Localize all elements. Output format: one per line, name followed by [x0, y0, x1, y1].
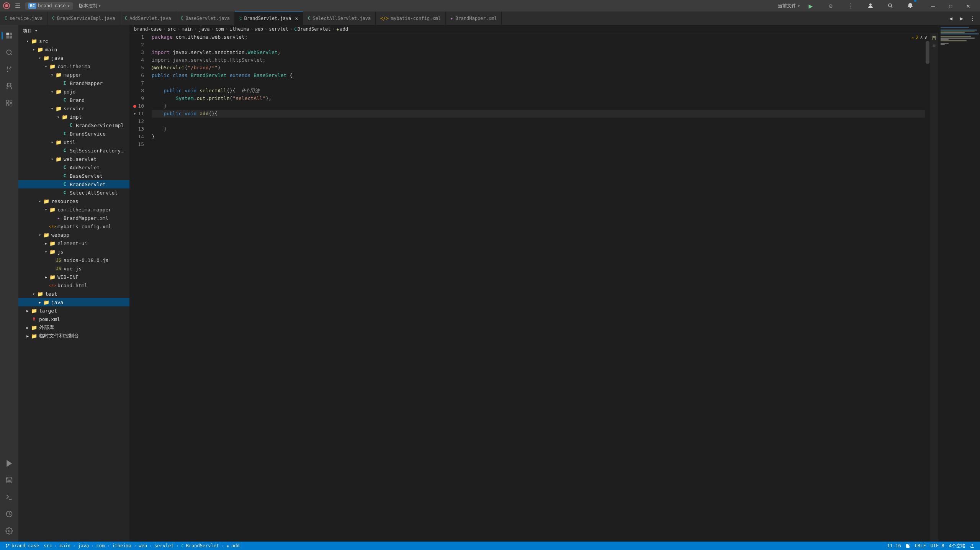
activity-profiler[interactable]: [2, 506, 17, 522]
status-breadcrumb-com[interactable]: com: [94, 542, 107, 550]
status-line-ending[interactable]: CRLF: [913, 542, 928, 550]
breadcrumb-src[interactable]: src: [167, 26, 176, 32]
tree-item-java[interactable]: ▾ 📁 java: [18, 54, 129, 62]
breadcrumb-web[interactable]: web: [255, 26, 263, 32]
tab-mybatis-config[interactable]: </> mybatis-config.xml: [376, 11, 446, 25]
tree-item-util[interactable]: ▾ 📁 util: [18, 138, 129, 146]
tree-item-web-inf[interactable]: ▶ 📁 WEB-INF: [18, 273, 129, 281]
tree-item-axios[interactable]: ▾ JS axios-0.18.0.js: [18, 256, 129, 264]
tree-item-main[interactable]: ▾ 📁 main: [18, 45, 129, 54]
warning-chevron-down[interactable]: ∨: [924, 35, 927, 40]
minimize-btn[interactable]: —: [924, 0, 942, 11]
tree-item-brand-mapper-xml[interactable]: ▾ ✦ BrandMapper.xml: [18, 214, 129, 222]
tab-add-servlet[interactable]: C AddServlet.java: [120, 11, 176, 25]
tab-brand-mapper-xml[interactable]: ✦ BrandMapper.xml: [446, 11, 502, 25]
breadcrumb-servlet[interactable]: servlet: [269, 26, 288, 32]
scrollbar-thumb[interactable]: [926, 41, 929, 64]
activity-explorer[interactable]: [2, 28, 17, 43]
tree-item-element-ui[interactable]: ▶ 📁 element-ui: [18, 239, 129, 247]
close-btn[interactable]: ✕: [959, 0, 977, 11]
tab-close-btn[interactable]: ✕: [295, 15, 298, 21]
code-editor[interactable]: package com.itheima.web.servlet; import …: [149, 33, 925, 542]
tree-item-resources[interactable]: ▾ 📁 resources: [18, 197, 129, 205]
activity-database[interactable]: [2, 473, 17, 488]
version-control-btn[interactable]: 版本控制 ▾: [76, 2, 104, 10]
tab-select-all-servlet[interactable]: C SelectAllServlet.java: [303, 11, 376, 25]
tree-item-com-itheima-mapper[interactable]: ▾ 📁 com.itheima.mapper: [18, 205, 129, 214]
tree-item-mybatis-config[interactable]: ▾ </> mybatis-config.xml: [18, 222, 129, 231]
warning-indicator[interactable]: ⚠ 2 ∧ ∨: [908, 34, 930, 41]
tree-item-base-servlet[interactable]: ▾ C BaseServlet: [18, 172, 129, 180]
tree-item-service[interactable]: ▾ 📁 service: [18, 104, 129, 113]
status-edit-icon[interactable]: [903, 542, 913, 550]
breadcrumb-main[interactable]: main: [182, 26, 193, 32]
status-indent[interactable]: 4个空格: [947, 542, 968, 550]
status-breadcrumb-add[interactable]: ◈ add: [224, 542, 242, 550]
tabs-scroll-right[interactable]: ▶: [957, 14, 966, 23]
current-file-label[interactable]: 当前文件 ▾: [778, 3, 800, 9]
status-breadcrumb-servlet[interactable]: servlet: [152, 542, 176, 550]
tree-item-external-libs[interactable]: ▶ 📁 外部库: [18, 323, 129, 332]
activity-debug[interactable]: [2, 79, 17, 94]
tree-item-web-servlet[interactable]: ▾ 📁 web.servlet: [18, 155, 129, 163]
tree-item-impl[interactable]: ▾ 📁 impl: [18, 113, 129, 121]
tree-item-vuejs[interactable]: ▾ JS vue.js: [18, 264, 129, 273]
tree-item-add-servlet[interactable]: ▾ C AddServlet: [18, 163, 129, 172]
breadcrumb-brand-servlet[interactable]: CBrandServlet: [294, 26, 330, 32]
breadcrumb-brand-case[interactable]: brand-case: [134, 26, 162, 32]
right-panel-icon-2[interactable]: ≡: [931, 43, 937, 49]
activity-terminal[interactable]: [2, 489, 17, 505]
tree-item-brand-class[interactable]: ▾ C Brand: [18, 96, 129, 104]
more-actions-btn[interactable]: ⋮: [843, 0, 858, 13]
status-encoding[interactable]: UTF-8: [928, 542, 947, 550]
tree-item-brand-servlet[interactable]: ▾ C BrandServlet: [18, 180, 129, 188]
tree-item-temp-files[interactable]: ▶ 📁 临时文件和控制台: [18, 332, 129, 340]
tree-item-brand-service[interactable]: ▾ I BrandService: [18, 129, 129, 138]
activity-run[interactable]: [2, 456, 17, 471]
tree-item-test[interactable]: ▾ 📁 test: [18, 290, 129, 298]
status-breadcrumb-itheima[interactable]: itheima: [110, 542, 134, 550]
tab-brand-service-impl[interactable]: C BrandServiceImpl.java: [47, 11, 120, 25]
tree-item-select-all-servlet[interactable]: ▾ C SelectAllServlet: [18, 188, 129, 197]
project-selector[interactable]: BC brand-case ▾: [25, 2, 73, 10]
hamburger-menu[interactable]: ☰: [13, 1, 22, 10]
settings-btn[interactable]: ⚙: [823, 0, 838, 13]
notifications-btn[interactable]: [903, 0, 918, 13]
tab-brand-servlet[interactable]: C BrandServlet.java ✕: [235, 11, 303, 25]
tree-item-target[interactable]: ▶ 📁 target: [18, 306, 129, 315]
editor-scrollbar[interactable]: [925, 33, 930, 542]
tree-item-brand-mapper-interface[interactable]: ▾ I BrandMapper: [18, 79, 129, 87]
activity-search[interactable]: [2, 45, 17, 60]
status-breadcrumb-java[interactable]: java: [75, 542, 91, 550]
tab-base-servlet[interactable]: C BaseServlet.java: [176, 11, 235, 25]
maximize-btn[interactable]: ◻: [942, 0, 959, 11]
tree-item-js[interactable]: ▾ 📁 js: [18, 247, 129, 256]
tree-item-com-itheima[interactable]: ▾ 📁 com.itheima: [18, 62, 129, 70]
status-breadcrumb-web[interactable]: web: [136, 542, 149, 550]
status-branch[interactable]: brand-case: [3, 542, 41, 550]
right-panel-icon-1[interactable]: M: [931, 35, 937, 41]
tabs-overflow-btn[interactable]: ⋮: [968, 14, 977, 23]
status-line-col[interactable]: 11:16: [885, 542, 903, 550]
breadcrumb-itheima[interactable]: itheima: [230, 26, 249, 32]
tree-item-mapper[interactable]: ▾ 📁 mapper: [18, 70, 129, 79]
activity-git[interactable]: [2, 62, 17, 77]
breadcrumb-com[interactable]: com: [216, 26, 224, 32]
warning-chevron-up[interactable]: ∧: [920, 35, 923, 40]
tree-item-brand-html[interactable]: ▾ </> brand.html: [18, 281, 129, 290]
tree-item-src[interactable]: ▾ 📁 src: [18, 37, 129, 45]
status-breadcrumb-src[interactable]: src: [41, 542, 54, 550]
tree-item-webapp[interactable]: ▾ 📁 webapp: [18, 231, 129, 239]
activity-settings[interactable]: [2, 523, 17, 539]
tree-item-brand-service-impl[interactable]: ▾ C BrandServiceImpl: [18, 121, 129, 129]
tabs-scroll-left[interactable]: ◀: [946, 14, 955, 23]
tree-item-pojo[interactable]: ▾ 📁 pojo: [18, 87, 129, 96]
breadcrumb-java[interactable]: java: [199, 26, 210, 32]
tree-item-sql-session-factory[interactable]: ▾ C SqlSessionFactoryUtils: [18, 146, 129, 155]
tab-service-java[interactable]: C service.java: [0, 11, 47, 25]
search-btn[interactable]: [883, 0, 898, 13]
status-upload-icon[interactable]: [968, 542, 977, 550]
run-btn[interactable]: ▶: [803, 0, 818, 13]
status-breadcrumb-brand-servlet[interactable]: C BrandServlet: [179, 542, 221, 550]
tree-item-test-java[interactable]: ▶ 📁 java: [18, 298, 129, 306]
